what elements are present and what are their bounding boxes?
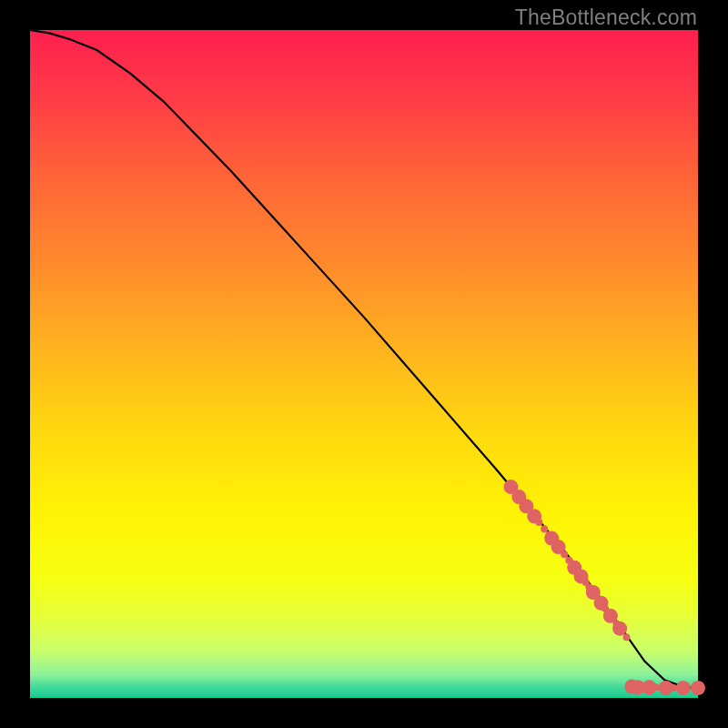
- data-marker: [541, 525, 548, 532]
- data-marker: [676, 681, 691, 695]
- data-marker: [670, 684, 677, 692]
- plot-overlay: [30, 30, 698, 698]
- data-marker: [652, 683, 660, 691]
- chart-stage: TheBottleneck.com: [0, 0, 728, 728]
- data-marker: [561, 551, 568, 558]
- data-marker: [535, 519, 542, 526]
- data-marker: [691, 681, 705, 695]
- data-marker: [622, 633, 630, 641]
- data-markers: [503, 480, 705, 695]
- data-marker: [612, 622, 627, 636]
- watermark-text: TheBottleneck.com: [515, 5, 697, 30]
